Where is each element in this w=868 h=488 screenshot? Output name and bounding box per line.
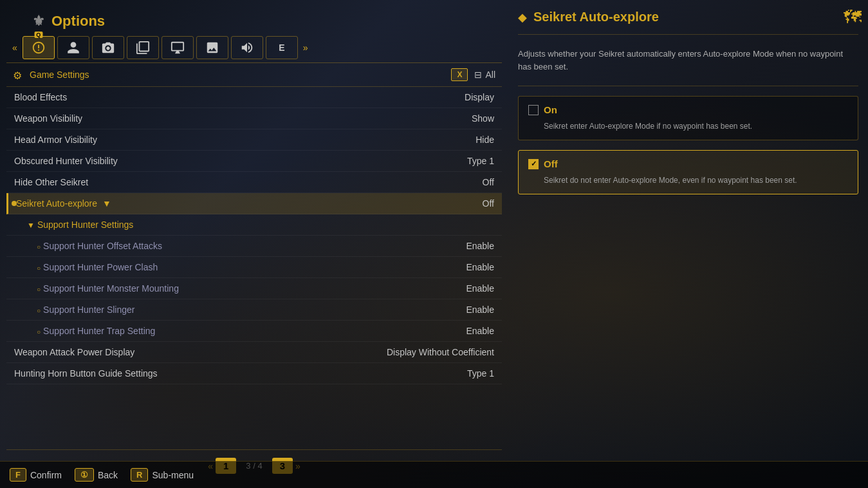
tab-q-keybind: Q [34, 32, 42, 38]
option-off-description: Seikret do not enter Auto-explore Mode, … [528, 174, 848, 186]
tab-q-icon [32, 41, 46, 55]
tab-nav-prev[interactable]: « [10, 41, 20, 54]
bottom-action-back[interactable]: ①Back [75, 468, 118, 482]
setting-row-support-hunter-offset-attacks[interactable]: ○Support Hunter Offset AttacksEnable [6, 236, 502, 257]
options-title-bar: ⚜ Options [6, 6, 502, 33]
setting-value-weapon-visibility: Show [472, 113, 494, 124]
option-off-checkbox[interactable] [528, 159, 539, 169]
setting-row-support-hunter-monster-mounting[interactable]: ○Support Hunter Monster MountingEnable [6, 278, 502, 299]
setting-value-support-hunter-offset-attacks: Enable [466, 241, 494, 251]
setting-name-weapon-visibility: Weapon Visibility [14, 113, 82, 124]
setting-value-obscured-hunter-visibility: Type 1 [467, 156, 494, 166]
filter-all-label: All [485, 70, 495, 80]
action-key-sub-menu: R [131, 468, 148, 482]
tab-nav-next[interactable]: » [300, 41, 311, 54]
action-key-confirm: F [10, 468, 26, 482]
main-container: ⚜ Options « Q [0, 0, 868, 488]
setting-name-obscured-hunter-visibility: Obscured Hunter Visibility [14, 156, 118, 166]
setting-row-hunting-horn-button-guide[interactable]: Hunting Horn Button Guide SettingsType 1 [6, 363, 502, 384]
detail-diamond-icon: ◆ [518, 10, 527, 24]
tab-image-icon [205, 41, 219, 55]
filter-section-label: Game Settings [30, 70, 89, 80]
setting-row-head-armor-visibility[interactable]: Head Armor VisibilityHide [6, 129, 502, 151]
option-off-label: Off [544, 158, 558, 169]
tab-screenshot-icon [136, 41, 150, 55]
setting-name-hunting-horn-button-guide: Hunting Horn Button Guide Settings [14, 368, 158, 379]
option-on-header: On [528, 104, 848, 115]
option-on-box[interactable]: On Seikret enter Auto-explore Mode if no… [518, 96, 858, 140]
option-on-label: On [544, 104, 557, 115]
setting-value-support-hunter-monster-mounting: Enable [466, 283, 494, 294]
setting-name-blood-effects: Blood Effects [14, 92, 67, 102]
setting-value-head-armor-visibility: Hide [476, 135, 494, 145]
right-panel: ◆ Seikret Auto-explore Adjusts whether y… [508, 0, 868, 488]
detail-title-bar: ◆ Seikret Auto-explore [518, 10, 858, 24]
option-off-header: Off [528, 158, 848, 169]
detail-divider-top [518, 34, 858, 35]
filter-clear-button[interactable]: X [451, 68, 468, 81]
settings-list: Blood EffectsDisplayWeapon VisibilitySho… [6, 87, 502, 449]
corner-icon: 🗺 [844, 6, 862, 28]
filter-icon: ⊟ [474, 70, 482, 80]
setting-row-obscured-hunter-visibility[interactable]: Obscured Hunter VisibilityType 1 [6, 151, 502, 172]
setting-name-support-hunter-trap-setting: ○Support Hunter Trap Setting [14, 326, 155, 336]
option-off-box[interactable]: Off Seikret do not enter Auto-explore Mo… [518, 150, 858, 194]
setting-value-support-hunter-trap-setting: Enable [466, 326, 494, 336]
tab-q[interactable]: Q [23, 36, 55, 59]
tab-person-icon [66, 41, 80, 55]
option-on-description: Seikret enter Auto-explore Mode if no wa… [528, 120, 848, 132]
left-corner-icon: ⚜ [32, 13, 45, 30]
tab-display-icon [171, 41, 185, 55]
left-panel: ⚜ Options « Q [0, 0, 508, 488]
setting-name-support-hunter-monster-mounting: ○Support Hunter Monster Mounting [14, 283, 179, 294]
setting-row-support-hunter-trap-setting[interactable]: ○Support Hunter Trap SettingEnable [6, 321, 502, 342]
detail-divider-middle [518, 86, 858, 86]
action-label-sub-menu: Sub-menu [152, 470, 194, 480]
action-key-back: ① [75, 468, 94, 482]
setting-value-hide-other-seikret: Off [483, 177, 494, 187]
tab-display[interactable] [162, 36, 194, 59]
setting-row-weapon-visibility[interactable]: Weapon VisibilityShow [6, 108, 502, 129]
tab-sound[interactable] [231, 36, 263, 59]
tab-person[interactable] [57, 36, 89, 59]
setting-name-hide-other-seikret: Hide Other Seikret [14, 177, 88, 187]
tab-e[interactable]: E [266, 36, 298, 59]
setting-row-weapon-attack-power-display[interactable]: Weapon Attack Power DisplayDisplay Witho… [6, 342, 502, 363]
setting-name-head-armor-visibility: Head Armor Visibility [14, 135, 97, 145]
setting-value-support-hunter-power-clash: Enable [466, 262, 494, 272]
tab-sound-icon [240, 41, 254, 55]
setting-row-hide-other-seikret[interactable]: Hide Other SeikretOff [6, 172, 502, 193]
detail-title: Seikret Auto-explore [533, 10, 659, 24]
tab-screenshot[interactable] [127, 36, 159, 59]
tab-image[interactable] [196, 36, 228, 59]
setting-value-hunting-horn-button-guide: Type 1 [467, 368, 494, 379]
setting-value-blood-effects: Display [465, 92, 494, 102]
filter-clear-label: X [457, 70, 462, 79]
tab-camera-icon [101, 41, 115, 55]
setting-row-blood-effects[interactable]: Blood EffectsDisplay [6, 87, 502, 108]
setting-name-support-hunter-slinger: ○Support Hunter Slinger [14, 305, 134, 315]
bottom-action-sub-menu[interactable]: RSub-menu [131, 468, 194, 482]
setting-row-support-hunter-power-clash[interactable]: ○Support Hunter Power ClashEnable [6, 257, 502, 278]
setting-name-support-hunter-settings: ▼Support Hunter Settings [14, 220, 133, 230]
filter-bar: ⚙ Game Settings X ⊟ All [6, 63, 502, 87]
setting-value-seikret-auto-explore: Off [483, 198, 494, 209]
bottom-action-confirm[interactable]: FConfirm [10, 468, 62, 482]
setting-row-support-hunter-slinger[interactable]: ○Support Hunter SlingerEnable [6, 299, 502, 321]
action-label-back: Back [98, 470, 118, 480]
detail-description: Adjusts whether your Seikret automatical… [518, 44, 858, 76]
action-label-confirm: Confirm [30, 470, 62, 480]
setting-name-support-hunter-power-clash: ○Support Hunter Power Clash [14, 262, 158, 272]
setting-row-seikret-auto-explore[interactable]: Seikret Auto-explore▼Off [6, 193, 502, 214]
setting-name-support-hunter-offset-attacks: ○Support Hunter Offset Attacks [14, 241, 162, 251]
filter-all-button[interactable]: ⊟ All [474, 70, 495, 80]
setting-value-support-hunter-slinger: Enable [466, 305, 494, 315]
setting-row-support-hunter-settings[interactable]: ▼Support Hunter Settings [6, 214, 502, 236]
tab-e-label: E [279, 42, 284, 53]
gear-icon: ⚙ [13, 70, 23, 80]
tab-bar: « Q [6, 33, 502, 63]
option-on-checkbox[interactable] [528, 105, 539, 115]
tab-camera[interactable] [92, 36, 124, 59]
setting-name-weapon-attack-power-display: Weapon Attack Power Display [14, 347, 134, 357]
setting-name-seikret-auto-explore: Seikret Auto-explore▼ [16, 198, 111, 209]
